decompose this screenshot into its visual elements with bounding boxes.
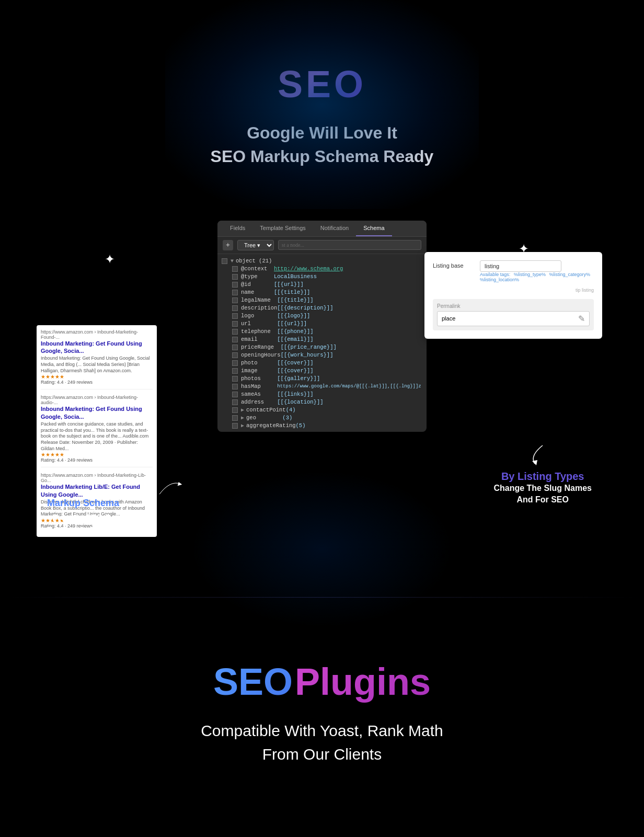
row-checkbox[interactable]: [232, 392, 238, 397]
schema-content: ▼ object (21) @context http://www.schema…: [217, 254, 427, 432]
row-checkbox[interactable]: [232, 329, 238, 335]
schema-row-aggregaterating: ▶ aggregateRating (5): [217, 422, 427, 430]
seo-subtitle-line1: Google Will Love It: [211, 121, 434, 145]
tree-select[interactable]: Tree ▾: [237, 240, 274, 250]
listing-types-section: By Listing Types Change The Slug Names A…: [493, 440, 592, 506]
schema-panel: Fields Template Settings Notification Sc…: [217, 221, 427, 432]
sr-url-1: https://www.amazon.com › Inbound-Marketi…: [41, 329, 153, 340]
row-checkbox[interactable]: [232, 282, 238, 288]
sr-title-2[interactable]: Inbound Marketing: Get Found Using Googl…: [41, 405, 153, 420]
schema-row-image: image [[{cover}]]: [217, 367, 427, 375]
search-result-1: https://www.amazon.com › Inbound-Marketi…: [41, 329, 153, 390]
row-checkbox[interactable]: [232, 305, 238, 311]
available-tags-label: Available tags:: [480, 272, 510, 277]
row-checkbox[interactable]: [232, 384, 238, 389]
bullet-point: •: [47, 513, 52, 522]
row-checkbox[interactable]: [232, 290, 238, 295]
row-arrow: ▶: [241, 422, 244, 429]
row-checkbox[interactable]: [222, 258, 227, 264]
row-checkbox[interactable]: [232, 321, 238, 327]
schema-row-address: address [[{location}]]: [217, 398, 427, 406]
sr-rating-1: Rating: 4.4 · 249 reviews: [41, 380, 153, 385]
markup-schema-text1: Provide SEO Data Easily: [52, 513, 150, 522]
arrow-markup-svg: [154, 477, 186, 498]
tab-notification[interactable]: Notification: [313, 221, 356, 236]
permalink-edit-icon: ✎: [574, 312, 589, 326]
schema-row-hasmap: hasMap https://www.google.com/maps/@[[{.…: [217, 383, 427, 391]
row-arrow: ▶: [241, 407, 244, 413]
row-checkbox[interactable]: [232, 266, 238, 272]
permalink-input-row: ✎: [437, 311, 590, 326]
plugins-section: SEO Plugins Compatible With Yoast, Rank …: [0, 608, 644, 808]
schema-row-contactpoint: ▶ contactPoint (4): [217, 406, 427, 414]
seo-section: SEO Google Will Love It SEO Markup Schem…: [0, 0, 644, 200]
markup-schema-section: Markup Schema • Provide SEO Data Easily …: [47, 498, 150, 537]
schema-row-logo: logo [[{logo}]]: [217, 312, 427, 320]
row-checkbox[interactable]: [232, 352, 238, 358]
schema-row-object: ▼ object (21): [217, 257, 427, 265]
schema-row-name: name [[{title}]]: [217, 289, 427, 296]
schema-row-telephone: telephone [[{phone}]]: [217, 328, 427, 336]
svg-marker-1: [532, 460, 537, 465]
plugins-title-seo: SEO: [213, 661, 293, 703]
row-checkbox[interactable]: [232, 360, 238, 366]
sparkle-star-left: ✦: [105, 252, 115, 267]
seo-subtitle-line2: SEO Markup Schema Ready: [211, 145, 434, 168]
row-checkbox[interactable]: [232, 274, 238, 280]
listing-types-subtitle-line2: And For SEO: [493, 494, 592, 506]
tab-fields[interactable]: Fields: [223, 221, 252, 236]
plugins-title-wrapper: SEO Plugins: [213, 660, 431, 703]
row-checkbox[interactable]: [232, 297, 238, 303]
schema-row-id: @id [[{url}]]: [217, 281, 427, 289]
row-checkbox[interactable]: [232, 376, 238, 382]
plugins-title-plugins: Plugins: [295, 661, 431, 703]
markup-schema-title: Markup Schema: [47, 498, 150, 509]
sr-title-3[interactable]: Inbound Marketing Lib/E: Get Found Using…: [41, 483, 153, 498]
schema-toolbar: + Tree ▾ st a node...: [217, 237, 427, 254]
arrow-listing-svg: [527, 440, 558, 466]
schema-row-email: email [[{email}]]: [217, 336, 427, 343]
listing-base-label: Listing base: [433, 260, 480, 269]
row-checkbox[interactable]: [232, 423, 238, 429]
schema-row-photos: photos [[{gallery}]]: [217, 375, 427, 383]
markup-schema-desc-line2: To Google Bot Crawlers: [47, 524, 150, 537]
tip-listing: tip listing: [433, 288, 594, 293]
listing-types-title: By Listing Types: [493, 471, 592, 483]
listing-base-input[interactable]: [480, 260, 561, 272]
tag-listing-type: %listing_type%: [514, 272, 546, 277]
tag-listing-category: %listing_category%: [549, 272, 590, 277]
plugins-subtitle: Compatible With Yoast, Rank Math From Ou…: [201, 719, 443, 766]
schema-row-description: description [[{description}]]: [217, 304, 427, 312]
tab-schema[interactable]: Schema: [356, 221, 392, 236]
add-node-button[interactable]: +: [223, 240, 233, 250]
row-arrow: ▼: [231, 258, 234, 264]
schema-row-pricerange: priceRange [[{price_range}]]: [217, 343, 427, 351]
sr-url-2: https://www.amazon.com › Inbound-Marketi…: [41, 395, 153, 405]
row-checkbox[interactable]: [232, 313, 238, 319]
sr-title-1[interactable]: Inbound Marketing: Get Found Using Googl…: [41, 340, 153, 355]
schema-row-url: url [[{url}]]: [217, 320, 427, 328]
schema-row-type: @type LocalBusiness: [217, 273, 427, 281]
listing-panel: Listing base Available tags: %listing_ty…: [424, 252, 602, 339]
tag-listing-location: %listing_location%: [480, 277, 519, 282]
seo-subtitle: Google Will Love It SEO Markup Schema Re…: [211, 121, 434, 168]
row-checkbox[interactable]: [232, 407, 238, 413]
node-search[interactable]: st a node...: [278, 240, 421, 250]
sr-rating-2: Rating: 4.4 · 249 reviews: [41, 457, 153, 463]
row-checkbox[interactable]: [232, 337, 238, 342]
schema-row-photo: photo [[{cover}]]: [217, 359, 427, 367]
row-checkbox[interactable]: [232, 345, 238, 350]
seo-title: SEO: [278, 63, 366, 106]
permalink-input[interactable]: [438, 313, 574, 324]
listing-base-row: Listing base Available tags: %listing_ty…: [433, 260, 594, 282]
row-checkbox[interactable]: [232, 415, 238, 421]
tab-template-settings[interactable]: Template Settings: [252, 221, 313, 236]
listing-tags: Available tags: %listing_type% %listing_…: [480, 272, 594, 282]
plugins-subtitle-line2: From Our Clients: [201, 742, 443, 766]
sr-stars-2: ★★★★★: [41, 452, 153, 457]
row-checkbox[interactable]: [232, 399, 238, 405]
row-checkbox[interactable]: [232, 368, 238, 374]
schema-row-geo: ▶ geo (3): [217, 414, 427, 422]
schema-row-legalname: legalName [[{title}]]: [217, 296, 427, 304]
sr-desc-2: Packed with concise guidance, case studi…: [41, 421, 153, 452]
